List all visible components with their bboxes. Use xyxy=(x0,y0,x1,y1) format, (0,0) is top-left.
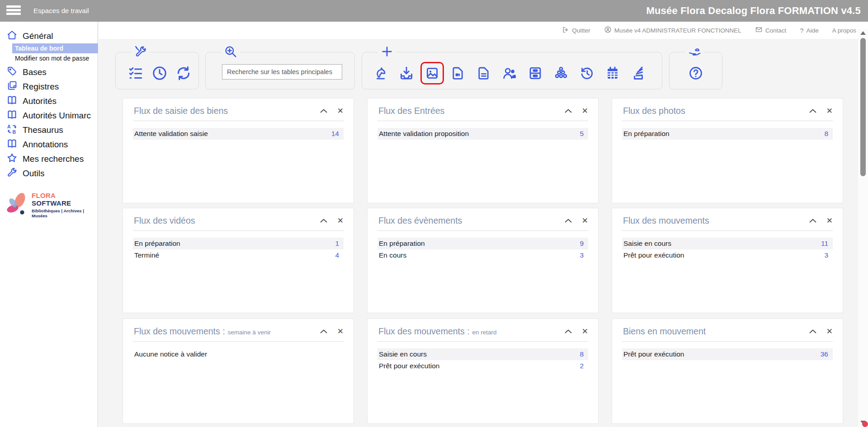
widget-row[interactable]: Prêt pour exécution36 xyxy=(622,348,833,360)
quit-link[interactable]: Quitter xyxy=(562,26,590,35)
chess-knight-icon[interactable] xyxy=(373,66,388,81)
sidebar-item-registres[interactable]: Registres xyxy=(0,80,98,94)
sidebar-item-label: Thesaurus xyxy=(23,125,63,135)
sidebar-item-outils[interactable]: Outils xyxy=(0,166,98,181)
sidebar-item-label: Mes recherches xyxy=(23,154,84,164)
sidebar-item-autorites[interactable]: Autorités xyxy=(0,94,98,108)
image-icon[interactable] xyxy=(420,62,444,84)
collapse-widget-button[interactable] xyxy=(565,219,572,223)
sidebar-item-modifier-mot-de-passe[interactable]: Modifier son mot de passe xyxy=(0,53,98,63)
widget-title: Flux des vidéos xyxy=(134,216,320,226)
import-icon[interactable] xyxy=(399,66,414,81)
svg-text:A: A xyxy=(7,124,11,129)
widget-row[interactable]: En préparation9 xyxy=(377,238,588,249)
help-link[interactable]: ? Aide xyxy=(800,27,818,34)
collapse-widget-button[interactable] xyxy=(565,109,572,113)
close-widget-button[interactable]: ✕ xyxy=(337,328,344,335)
wrench-icon xyxy=(6,167,18,180)
sidebar-item-thesaurus[interactable]: AB Thesaurus xyxy=(0,123,98,137)
widget-row[interactable]: En préparation1 xyxy=(133,238,344,249)
flora-software-logo: FLORA SOFTWARE Bibliothèques | Archives … xyxy=(4,190,94,220)
sidebar-item-label: Autorités Unimarc xyxy=(23,111,91,121)
row-count: 4 xyxy=(335,251,339,259)
scroll-up-arrow[interactable] xyxy=(860,31,866,35)
widget-row[interactable]: Prêt pour exécution2 xyxy=(377,360,588,372)
row-count: 3 xyxy=(580,251,584,259)
refresh-icon[interactable] xyxy=(175,65,192,81)
collapse-widget-button[interactable] xyxy=(809,109,816,113)
collapse-widget-button[interactable] xyxy=(809,219,816,223)
collapse-widget-button[interactable] xyxy=(565,329,572,333)
collapse-widget-button[interactable] xyxy=(320,329,327,333)
tools-icon xyxy=(131,45,150,58)
widget-row[interactable]: Attente validation saisie14 xyxy=(133,128,344,140)
sidebar-item-label: Général xyxy=(23,31,53,41)
hamburger-menu-icon[interactable] xyxy=(6,5,21,16)
open-book-icon xyxy=(6,138,18,151)
widget-flux-entrees: Flux des Entrées ✕ Attente validation pr… xyxy=(367,98,599,203)
collapse-widget-button[interactable] xyxy=(320,219,327,223)
user-account-link[interactable]: Musée v4 ADMINISTRATEUR FONCTIONNEL xyxy=(604,26,741,35)
toolbar-group-tasks xyxy=(115,52,199,89)
video-document-icon[interactable] xyxy=(450,66,466,81)
about-link[interactable]: A propos xyxy=(832,27,856,34)
sidebar-item-label: Registres xyxy=(23,82,59,92)
sidebar-item-autorites-unimarc[interactable]: Autorités Unimarc xyxy=(0,108,98,123)
widget-title: Flux de saisie des biens xyxy=(134,106,320,116)
widget-row[interactable]: Saisie en cours11 xyxy=(622,238,833,249)
contact-link[interactable]: Contact xyxy=(755,26,787,35)
logo-tagline: Bibliothèques | Archives | Musées xyxy=(32,208,94,218)
main-search-input[interactable] xyxy=(222,64,342,80)
account-bar: Quitter Musée v4 ADMINISTRATEUR FONCTION… xyxy=(99,22,856,39)
open-book-icon xyxy=(6,109,18,122)
row-count: 8 xyxy=(580,350,584,358)
collapse-widget-button[interactable] xyxy=(320,109,327,113)
widget-title: Flux des Entrées xyxy=(378,106,565,116)
close-widget-button[interactable]: ✕ xyxy=(582,107,588,115)
widget-row[interactable]: Saisie en cours8 xyxy=(377,348,588,360)
calendar-icon[interactable] xyxy=(605,66,620,81)
open-book-icon xyxy=(6,94,18,108)
mail-icon xyxy=(755,26,763,35)
drawers-icon[interactable] xyxy=(528,66,543,81)
checklist-icon[interactable] xyxy=(127,65,144,81)
widget-row[interactable]: Attente validation proposition5 xyxy=(377,128,588,140)
network-icon[interactable] xyxy=(553,66,569,81)
widget-row[interactable]: Aucune notice à valider xyxy=(133,348,344,360)
history-icon[interactable] xyxy=(579,66,594,81)
sidebar-item-bases[interactable]: Bases xyxy=(0,65,98,80)
users-icon[interactable] xyxy=(502,66,517,81)
logo-brand-first: FLORA xyxy=(32,192,56,199)
close-widget-button[interactable]: ✕ xyxy=(582,328,588,335)
close-widget-button[interactable]: ✕ xyxy=(582,217,588,225)
logo-brand-second: SOFTWARE xyxy=(32,199,71,207)
help-icon[interactable] xyxy=(688,66,703,81)
widget-flux-videos: Flux des vidéos ✕ En préparation1 Termin… xyxy=(123,208,354,313)
main-content: Quitter Musée v4 ADMINISTRATEUR FONCTION… xyxy=(99,22,868,427)
close-widget-button[interactable]: ✕ xyxy=(826,217,833,225)
tag-icon xyxy=(6,66,18,79)
widget-row[interactable]: En préparation8 xyxy=(622,128,833,140)
vertical-scrollbar[interactable] xyxy=(858,29,868,427)
row-count: 36 xyxy=(821,350,828,358)
widget-row[interactable]: Terminé4 xyxy=(133,249,344,261)
close-widget-button[interactable]: ✕ xyxy=(337,217,344,225)
widget-title: Flux des mouvements xyxy=(623,216,809,226)
widget-row[interactable]: Prêt pour exécution3 xyxy=(622,249,833,261)
document-icon[interactable] xyxy=(476,66,491,81)
sidebar: Général Tableau de bord Modifier son mot… xyxy=(0,22,98,427)
sidebar-item-mes-recherches[interactable]: Mes recherches xyxy=(0,152,98,166)
sidebar-item-general[interactable]: Général xyxy=(0,29,98,43)
clock-icon[interactable] xyxy=(151,65,168,81)
close-widget-button[interactable]: ✕ xyxy=(337,107,344,115)
scrollbar-thumb[interactable] xyxy=(860,38,866,176)
close-widget-button[interactable]: ✕ xyxy=(826,328,833,335)
widget-title: Biens en mouvement xyxy=(623,326,809,337)
stack-icon[interactable] xyxy=(631,66,646,81)
widget-flux-saisie-biens: Flux de saisie des biens ✕ Attente valid… xyxy=(123,98,354,203)
sidebar-item-annotations[interactable]: Annotations xyxy=(0,137,98,152)
collapse-widget-button[interactable] xyxy=(809,329,816,333)
sidebar-item-tableau-de-bord[interactable]: Tableau de bord xyxy=(12,43,98,53)
close-widget-button[interactable]: ✕ xyxy=(826,107,833,115)
widget-row[interactable]: En cours3 xyxy=(377,249,588,261)
